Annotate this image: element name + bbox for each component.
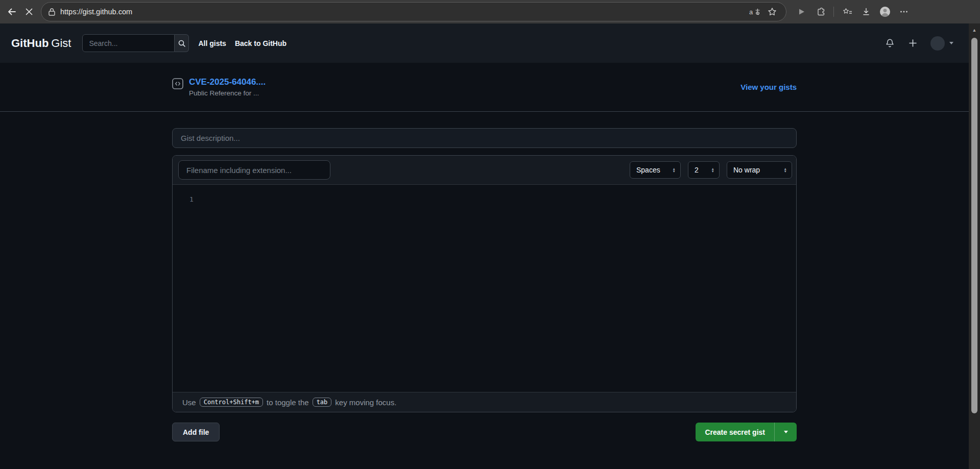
user-avatar[interactable] (930, 36, 945, 51)
code-square-icon (172, 78, 183, 97)
indent-mode-value: Spaces (636, 166, 660, 174)
wrap-mode-value: No wrap (733, 166, 760, 174)
filename-input[interactable] (178, 160, 330, 180)
nav-all-gists[interactable]: All gists (198, 39, 226, 47)
scrollbar-thumb[interactable] (971, 38, 977, 413)
indent-mode-select[interactable]: Spaces ▲▼ (630, 161, 681, 179)
toolbar-divider (833, 7, 834, 17)
play-icon[interactable] (793, 3, 810, 20)
caret-down-icon (784, 431, 788, 433)
view-your-gists-link[interactable]: View your gists (740, 83, 797, 91)
favorite-star-icon[interactable] (763, 3, 781, 20)
extensions-puzzle-icon[interactable] (811, 3, 829, 20)
select-arrows-icon: ▲▼ (784, 167, 787, 173)
gist-title-link[interactable]: CVE-2025-64046.... (189, 77, 266, 87)
editor-accessibility-hint: Use Control+Shift+m to toggle the tab ke… (173, 392, 796, 412)
indent-size-select[interactable]: 2 ▲▼ (688, 161, 720, 179)
svg-text:a: a (749, 8, 753, 16)
gist-header: GitHubGist All gists Back to GitHub (0, 23, 969, 63)
more-menu-icon[interactable] (895, 3, 913, 20)
editor-line-number: 1 (189, 195, 194, 203)
search-icon (178, 39, 186, 47)
hint-text: key moving focus. (335, 398, 396, 407)
pagehead: CVE-2025-64046.... Public Reference for … (0, 63, 969, 112)
hint-kbd-tab: tab (313, 398, 332, 407)
gist-subtitle: Public Reference for ... (189, 89, 266, 97)
back-icon[interactable] (3, 3, 20, 20)
current-gist-meta: CVE-2025-64046.... Public Reference for … (172, 77, 266, 97)
file-editor-header: Spaces ▲▼ 2 ▲▼ No wrap (173, 156, 796, 185)
hint-text: Use (182, 398, 196, 407)
add-file-button[interactable]: Add file (172, 423, 220, 441)
hint-kbd-toggle: Control+Shift+m (200, 398, 263, 407)
create-gist-split-button: Create secret gist (696, 423, 797, 441)
form-actions: Add file Create secret gist (172, 423, 797, 441)
create-secret-gist-button[interactable]: Create secret gist (696, 423, 774, 441)
page: ▲ GitHubGist All gists Back to GitHub (0, 23, 980, 469)
site-lock-icon[interactable] (48, 8, 56, 16)
user-menu-caret-icon[interactable] (949, 42, 953, 44)
header-nav: All gists Back to GitHub (198, 39, 286, 47)
gist-description-input[interactable] (172, 128, 797, 148)
select-arrows-icon: ▲▼ (711, 167, 714, 173)
hint-text: to toggle the (267, 398, 309, 407)
indent-size-value: 2 (695, 166, 699, 174)
scrollbar-up-arrow-icon[interactable]: ▲ (969, 23, 980, 37)
header-right (885, 36, 953, 51)
translate-icon[interactable]: a (746, 3, 763, 20)
logo-github-text: GitHub (11, 37, 49, 50)
new-gist-form: Spaces ▲▼ 2 ▲▼ No wrap (172, 128, 797, 441)
editor-options: Spaces ▲▼ 2 ▲▼ No wrap (630, 161, 792, 179)
profile-avatar-icon[interactable] (876, 3, 894, 20)
select-arrows-icon: ▲▼ (673, 167, 676, 173)
notifications-bell-icon[interactable] (885, 38, 895, 48)
nav-back-to-github[interactable]: Back to GitHub (235, 39, 286, 47)
search-button[interactable] (175, 34, 189, 52)
vertical-scrollbar[interactable]: ▲ (969, 23, 980, 469)
favorites-bar-icon[interactable] (839, 3, 856, 20)
create-gist-options-button[interactable] (774, 423, 797, 441)
downloads-icon[interactable] (857, 3, 875, 20)
stop-close-icon[interactable] (20, 3, 38, 20)
search-box (82, 34, 189, 52)
github-gist-logo[interactable]: GitHubGist (11, 37, 71, 50)
new-gist-plus-icon[interactable] (909, 39, 917, 47)
browser-action-icons (793, 3, 913, 20)
browser-toolbar: https://gist.github.com a (0, 0, 980, 23)
url-text: https://gist.github.com (60, 8, 132, 16)
wrap-mode-select[interactable]: No wrap ▲▼ (727, 161, 792, 179)
file-editor-card: Spaces ▲▼ 2 ▲▼ No wrap (172, 155, 797, 412)
page-content: GitHubGist All gists Back to GitHub (0, 23, 969, 469)
code-editor[interactable]: 1 (173, 185, 796, 392)
search-input[interactable] (82, 34, 175, 52)
address-bar[interactable]: https://gist.github.com a (41, 2, 786, 21)
logo-gist-text: Gist (51, 37, 71, 50)
